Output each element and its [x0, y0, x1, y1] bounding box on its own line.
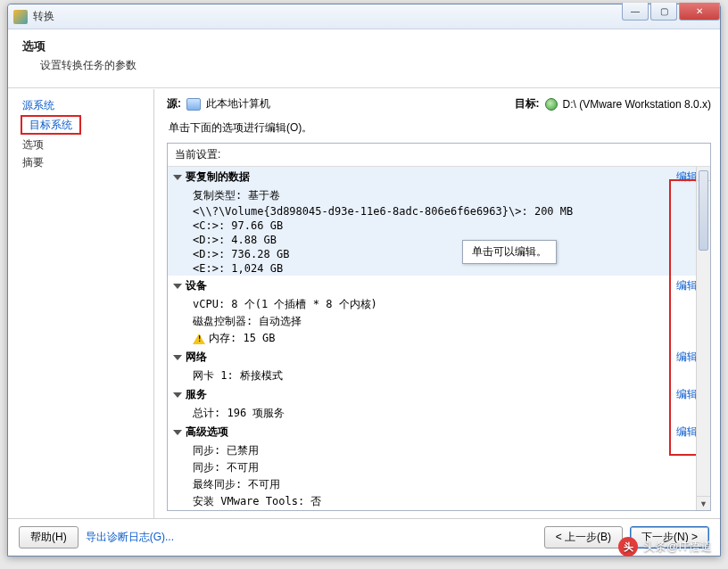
footer: 帮助(H) 导出诊断日志(G)... < 上一步(B) 下一步(N) > — [8, 518, 720, 556]
section-title: 高级选项 — [186, 425, 228, 440]
section-devices[interactable]: 设备 编辑 — [168, 276, 710, 296]
sidebar-item-target[interactable]: 目标系统 — [21, 115, 81, 135]
collapse-icon — [173, 355, 182, 360]
section-network[interactable]: 网络 编辑 — [168, 347, 710, 367]
collapse-icon — [173, 430, 182, 435]
content-area: 源系统 目标系统 选项 摘要 源: 此本地计算机 目标: D:\ (VMware… — [8, 88, 720, 518]
nic-line: 网卡 1: 桥接模式 — [168, 367, 710, 384]
volume-d2: <D:>: 736.28 GB — [168, 247, 710, 261]
services-total: 总计: 196 项服务 — [168, 405, 710, 422]
scroll-thumb[interactable] — [699, 170, 708, 251]
edit-link-network[interactable]: 编辑 — [676, 350, 698, 365]
settings-header: 当前设置: — [168, 144, 710, 167]
vertical-scrollbar[interactable]: ▲ ▼ — [696, 167, 710, 510]
sidebar-item-source[interactable]: 源系统 — [13, 96, 148, 114]
install-tools-line: 安装 VMware Tools: 否 — [168, 493, 710, 510]
section-title: 网络 — [186, 350, 207, 365]
copy-type: 复制类型: 基于卷 — [168, 187, 710, 204]
final-sync-line: 最终同步: 不可用 — [168, 476, 710, 493]
next-button[interactable]: 下一步(N) > — [630, 526, 709, 548]
edit-link-data[interactable]: 编辑 — [676, 169, 698, 185]
header-section: 选项 设置转换任务的参数 — [8, 29, 720, 88]
section-services[interactable]: 服务 编辑 — [168, 384, 710, 405]
volume-c: <C:>: 97.66 GB — [168, 219, 710, 233]
maximize-button[interactable]: ▢ — [650, 3, 677, 21]
volume-guid: <\\?\Volume{3d898045-d93e-11e6-8adc-806e… — [168, 204, 710, 219]
target-label: 目标: — [515, 96, 540, 111]
back-button[interactable]: < 上一步(B) — [544, 526, 623, 548]
sync2-line: 同步: 不可用 — [168, 459, 710, 476]
vcpu-line: vCPU: 8 个(1 个插槽 * 8 个内核) — [168, 296, 710, 313]
disk-controller-line: 磁盘控制器: 自动选择 — [168, 313, 710, 330]
warning-icon — [193, 334, 205, 344]
export-log-link[interactable]: 导出诊断日志(G)... — [86, 530, 174, 545]
app-icon — [13, 10, 28, 24]
page-title: 选项 — [22, 38, 706, 54]
titlebar: 转换 — ▢ ✕ — [8, 4, 720, 29]
collapse-icon — [173, 392, 182, 398]
volume-d: <D:>: 4.88 GB — [168, 233, 710, 247]
settings-box: 当前设置: 要复制的数据 编辑 复制类型: 基于卷 <\\?\Volume{3d… — [167, 143, 711, 511]
edit-link-advanced[interactable]: 编辑 — [676, 425, 698, 440]
disk-icon — [545, 98, 558, 111]
memory-value: 内存: 15 GB — [209, 331, 276, 346]
host-icon — [186, 98, 201, 111]
edit-link-services[interactable]: 编辑 — [676, 387, 698, 402]
section-advanced[interactable]: 高级选项 编辑 — [168, 422, 710, 442]
help-button[interactable]: 帮助(H) — [19, 526, 79, 548]
scroll-down-icon[interactable]: ▼ — [697, 496, 710, 510]
collapse-icon — [173, 175, 182, 180]
dialog-window: 转换 — ▢ ✕ 选项 设置转换任务的参数 源系统 目标系统 选项 摘要 源: … — [7, 4, 721, 557]
edit-link-devices[interactable]: 编辑 — [676, 278, 698, 293]
target-value: D:\ (VMware Workstation 8.0.x) — [563, 98, 712, 111]
minimize-button[interactable]: — — [622, 3, 649, 21]
page-subtitle: 设置转换任务的参数 — [40, 58, 706, 73]
close-button[interactable]: ✕ — [679, 3, 720, 21]
edit-tooltip: 单击可以编辑。 — [462, 240, 557, 264]
sidebar-item-options: 选项 — [13, 136, 148, 153]
wizard-sidebar: 源系统 目标系统 选项 摘要 — [8, 89, 154, 518]
collapse-icon — [173, 284, 182, 289]
main-panel: 源: 此本地计算机 目标: D:\ (VMware Workstation 8.… — [154, 89, 720, 518]
source-value: 此本地计算机 — [206, 96, 270, 111]
volume-e: <E:>: 1,024 GB — [168, 261, 710, 276]
section-title: 要复制的数据 — [186, 169, 250, 185]
window-controls: — ▢ ✕ — [622, 3, 720, 21]
window-title: 转换 — [33, 9, 716, 24]
settings-scroll[interactable]: 要复制的数据 编辑 复制类型: 基于卷 <\\?\Volume{3d898045… — [168, 167, 710, 510]
sidebar-item-summary: 摘要 — [13, 153, 148, 171]
source-label: 源: — [167, 96, 181, 111]
section-title: 服务 — [186, 387, 207, 402]
section-title: 设备 — [186, 278, 207, 293]
memory-line: 内存: 15 GB — [168, 330, 710, 347]
edit-hint: 单击下面的选项进行编辑(O)。 — [169, 120, 711, 136]
sync-line: 同步: 已禁用 — [168, 442, 710, 459]
source-target-row: 源: 此本地计算机 目标: D:\ (VMware Workstation 8.… — [167, 96, 711, 111]
section-data-to-copy[interactable]: 要复制的数据 编辑 — [168, 167, 710, 187]
